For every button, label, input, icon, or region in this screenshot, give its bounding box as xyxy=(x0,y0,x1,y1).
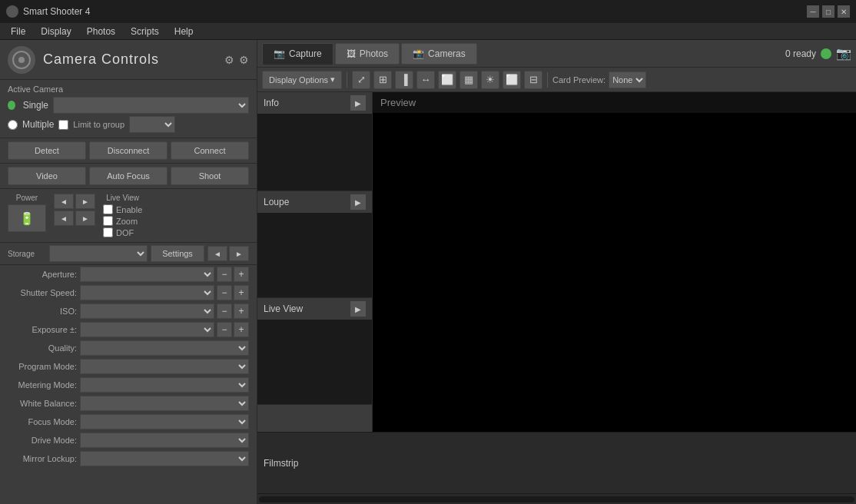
arrow-right1[interactable]: ► xyxy=(75,194,95,209)
image-icon-btn[interactable]: ⬜ xyxy=(438,71,456,89)
menu-scripts[interactable]: Scripts xyxy=(123,23,167,40)
aperture-plus[interactable]: + xyxy=(234,267,249,282)
filmstrip: Filmstrip xyxy=(257,432,856,493)
minimize-button[interactable]: ─ xyxy=(807,5,819,18)
gear-icons: ⚙ ⚙ xyxy=(224,54,249,66)
quality-row: Quality: xyxy=(0,339,257,357)
settings-gear2-icon[interactable]: ⚙ xyxy=(239,54,249,66)
loupe-panel-content xyxy=(257,213,372,297)
fullscreen-icon-btn[interactable]: ⤢ xyxy=(352,71,370,89)
limit-to-group-checkbox[interactable] xyxy=(58,120,68,130)
program-row: Program Mode: xyxy=(0,357,257,376)
enable-check: Enable xyxy=(103,204,142,214)
video-button[interactable]: Video xyxy=(8,167,86,185)
arrow-right2[interactable]: ► xyxy=(75,211,95,226)
capture-icon: 📷 xyxy=(274,48,285,59)
liveview-panel-header[interactable]: Live View ▶ xyxy=(257,298,372,320)
aperture-dropdown[interactable] xyxy=(80,267,214,282)
iso-dropdown[interactable] xyxy=(80,303,214,319)
mirror-row: Mirror Lockup: xyxy=(0,449,257,468)
enable-checkbox[interactable] xyxy=(103,204,113,214)
loupe-panel-header[interactable]: Loupe ▶ xyxy=(257,191,372,213)
card-preview-dropdown[interactable]: None xyxy=(609,71,646,88)
maximize-button[interactable]: □ xyxy=(822,5,834,18)
menu-help[interactable]: Help xyxy=(167,23,201,40)
overlay-icon-btn[interactable]: ▦ xyxy=(460,71,478,89)
aperture-minus[interactable]: − xyxy=(217,267,232,282)
storage-row: Storage Settings ◄ ► xyxy=(0,243,257,265)
auto-focus-button[interactable]: Auto Focus xyxy=(89,167,168,185)
disconnect-button[interactable]: Disconnect xyxy=(89,141,168,160)
program-dropdown[interactable] xyxy=(80,359,249,374)
loupe-panel-title: Loupe xyxy=(264,197,289,207)
settings-gear1-icon[interactable]: ⚙ xyxy=(224,54,234,66)
content-area: Info ▶ Loupe ▶ Live View xyxy=(257,92,856,432)
dropdown-arrow-icon: ▾ xyxy=(330,75,335,85)
cameras-label: Cameras xyxy=(428,48,466,59)
multiple-radio[interactable] xyxy=(8,120,18,130)
single-camera-dropdown[interactable] xyxy=(53,97,249,114)
dof-checkbox[interactable] xyxy=(103,227,113,237)
camera-header: Camera Controls ⚙ ⚙ xyxy=(0,40,257,80)
exposure-minus[interactable]: − xyxy=(217,322,232,337)
shoot-buttons-row: Video Auto Focus Shoot xyxy=(0,164,257,189)
detect-button[interactable]: Detect xyxy=(8,141,86,160)
mirror-dropdown[interactable] xyxy=(80,451,249,466)
arrow-left1[interactable]: ◄ xyxy=(54,194,74,209)
settings-button[interactable]: Settings xyxy=(151,245,204,262)
loupe-play-button[interactable]: ▶ xyxy=(350,194,366,210)
power-button[interactable]: 🔋 xyxy=(8,204,46,232)
exposure-label: Exposure ±: xyxy=(8,325,77,334)
storage-arrow-left[interactable]: ◄ xyxy=(207,246,227,261)
tab-capture[interactable]: 📷 Capture xyxy=(262,43,333,65)
storage-arrow-right[interactable]: ► xyxy=(229,246,249,261)
shoot-button[interactable]: Shoot xyxy=(171,167,249,185)
crop-icon-btn[interactable]: ⬜ xyxy=(503,71,521,89)
layout-icon-btn[interactable]: ⊟ xyxy=(524,71,542,89)
tab-cameras[interactable]: 📸 Cameras xyxy=(401,43,477,65)
wb-dropdown[interactable] xyxy=(80,396,249,411)
drive-dropdown[interactable] xyxy=(80,433,249,448)
connect-button[interactable]: Connect xyxy=(171,141,249,160)
active-camera-label: Active Camera xyxy=(8,85,249,94)
display-options-button[interactable]: Display Options ▾ xyxy=(262,71,342,89)
metering-dropdown[interactable] xyxy=(80,377,249,393)
iso-minus[interactable]: − xyxy=(217,303,232,319)
focus-dropdown[interactable] xyxy=(80,414,249,429)
limit-to-group-label: Limit to group xyxy=(73,120,124,129)
group-dropdown[interactable] xyxy=(129,116,175,133)
tab-photos[interactable]: 🖼 Photos xyxy=(335,43,400,65)
cameras-icon: 📸 xyxy=(413,48,424,59)
info-panel-content xyxy=(257,114,372,191)
left-panel: Camera Controls ⚙ ⚙ Active Camera Single… xyxy=(0,40,257,504)
menu-file[interactable]: File xyxy=(3,23,33,40)
camera-top-icon[interactable]: 📷 xyxy=(836,46,851,61)
close-button[interactable]: ✕ xyxy=(838,5,850,18)
shutter-plus[interactable]: + xyxy=(234,285,249,300)
iso-plus[interactable]: + xyxy=(234,303,249,319)
focus-row: Focus Mode: xyxy=(0,413,257,431)
toolbar: Display Options ▾ ⤢ ⊞ ▐ ↔ ⬜ ▦ ☀ ⬜ ⊟ Card… xyxy=(257,68,856,92)
liveview-play-button[interactable]: ▶ xyxy=(350,301,366,317)
storage-dropdown[interactable] xyxy=(49,245,148,262)
arrow-left2[interactable]: ◄ xyxy=(54,211,74,226)
liveview-panel-title: Live View xyxy=(264,303,303,314)
shutter-dropdown[interactable] xyxy=(80,285,214,300)
arrows-icon-btn[interactable]: ↔ xyxy=(416,71,435,89)
quality-dropdown[interactable] xyxy=(80,340,249,356)
histogram-icon-btn[interactable]: ▐ xyxy=(395,71,413,89)
shutter-minus[interactable]: − xyxy=(217,285,232,300)
menu-display[interactable]: Display xyxy=(33,23,78,40)
info-play-button[interactable]: ▶ xyxy=(350,95,366,111)
menubar: File Display Photos Scripts Help xyxy=(0,23,856,40)
zoom-checkbox[interactable] xyxy=(103,216,113,226)
top-tabs: 📷 Capture 🖼 Photos 📸 Cameras 0 ready 📷 xyxy=(257,40,856,68)
info-panel-header[interactable]: Info ▶ xyxy=(257,92,372,114)
menu-photos[interactable]: Photos xyxy=(79,23,123,40)
exposure-plus[interactable]: + xyxy=(234,322,249,337)
grid-icon-btn[interactable]: ⊞ xyxy=(373,71,392,89)
brightness-icon-btn[interactable]: ☀ xyxy=(481,71,499,89)
exposure-dropdown[interactable] xyxy=(80,322,214,337)
single-label: Single xyxy=(23,100,48,111)
scrollbar-track[interactable] xyxy=(259,496,854,502)
